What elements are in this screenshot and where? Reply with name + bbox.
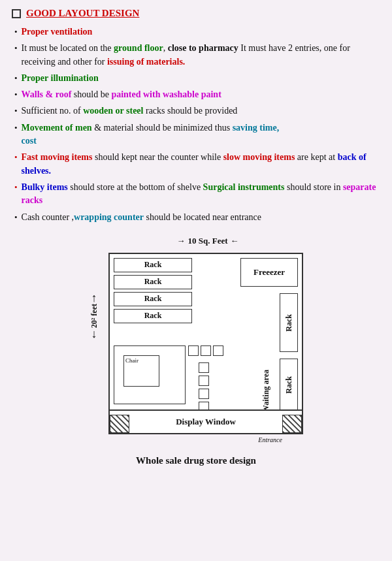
list-item: • Proper illumination [14,72,380,85]
bullet-icon: • [14,105,18,118]
top-label-text: 10 Sq. Feet [188,236,227,246]
entrance-label: Entrance [258,436,282,443]
display-window: Display Window [110,409,302,433]
small-box-3 [213,345,223,356]
waiting-box-2 [199,376,209,386]
counter-inner: Chair [123,355,159,387]
bullet-icon: • [14,182,18,194]
list-item: • It must be located on the ground floor… [14,42,380,69]
item-text: Fast moving items should kept near the c… [22,151,380,178]
rack-3: Rack [114,292,192,306]
page-title: GOOD LAYOUT DESIGN [26,8,139,19]
list-item: • Fast moving items should kept near the… [14,151,380,178]
item-text: Walls & roof should be painted with wash… [22,88,380,101]
top-dimension-label: → 10 Sq. Feet ← [85,236,307,246]
title-checkbox-icon [12,9,21,18]
small-boxes-row [188,345,223,356]
hatch-bottom-right [282,415,302,433]
up-arrow-icon: ↑ [91,292,97,304]
rack-2: Rack [114,275,192,289]
bullet-icon: • [14,72,18,85]
bullet-icon: • [14,122,18,135]
title-section: GOOD LAYOUT DESIGN [12,8,380,19]
down-arrow-icon: ↓ [91,328,97,340]
left-dimension-label: ↑ 20² feet ↓ [85,292,103,423]
item-text: Proper ventilation [22,25,380,39]
bullet-icon: • [14,89,18,101]
chair-label: Chair [125,357,139,364]
rack-1: Rack [114,258,192,272]
list-item: • Sufficient no. of wooden or steel rack… [14,104,380,118]
small-box-1 [188,345,199,356]
waiting-box-3 [199,389,209,399]
item-text: Proper illumination [22,72,380,85]
item-text: Movement of men & material should be min… [22,121,380,148]
left-label-text: 20² feet [90,304,99,328]
small-box-2 [201,345,211,356]
bullet-icon: • [14,212,18,224]
diagram-container: → 10 Sq. Feet ← ↑ 20² feet ↓ Rack Rack R… [12,236,380,466]
content-list: • Proper ventilation • It must be locate… [12,25,380,224]
floor-plan: Rack Rack Rack Rack Freeezer Rack Rack [108,253,303,434]
right-rack-1: Rack [280,293,298,352]
counter-area: Chair [114,345,186,404]
list-item: • Bulky items should store at the bottom… [14,181,380,208]
waiting-boxes [199,362,209,412]
list-item: • Proper ventilation [14,25,380,39]
item-text: Sufficient no. of wooden or steel racks … [22,104,380,118]
rack-4: Rack [114,309,192,323]
freezer: Freeezer [240,258,298,287]
hatch-bottom-left [110,415,129,433]
list-item: • Cash counter ,wrapping counter should … [14,211,380,224]
item-text: It must be located on the ground floor, … [22,42,380,69]
bullet-icon: • [14,42,18,55]
item-text: Bulky items should store at the bottom o… [22,181,380,208]
diagram-caption: Whole sale drug store design [136,455,256,466]
bullet-icon: • [14,26,18,39]
right-rack-2: Rack [280,359,298,411]
waiting-box-1 [199,362,209,373]
bullet-icon: • [14,152,18,164]
item-text: Cash counter ,wrapping counter should be… [22,211,380,224]
list-item: • Movement of men & material should be m… [14,121,380,148]
list-item: • Walls & roof should be painted with wa… [14,88,380,101]
store-diagram: ↑ 20² feet ↓ Rack Rack Rack Rack Freeeze… [85,253,307,442]
